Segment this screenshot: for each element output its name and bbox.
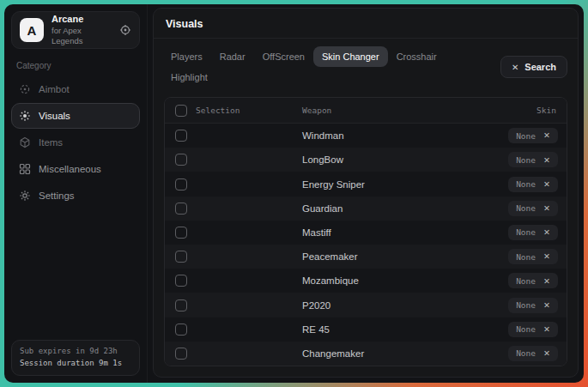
table-row-re-45[interactable]: RE 45 None ✕ <box>165 317 567 342</box>
sidebar-item-label: Settings <box>39 190 75 201</box>
skin-badge[interactable]: None ✕ <box>508 201 558 216</box>
sidebar-item-miscellaneous[interactable]: Miscellaneous <box>11 156 140 182</box>
clear-skin-icon[interactable]: ✕ <box>543 228 550 237</box>
skin-value: None <box>516 131 536 141</box>
search-button-label: Search <box>524 62 556 72</box>
table-row-changemaker[interactable]: Changemaker None ✕ <box>165 342 567 366</box>
tab-radar[interactable]: Radar <box>211 46 254 67</box>
skin-value: None <box>516 300 536 310</box>
row-checkbox[interactable] <box>175 130 187 142</box>
table-row-mozambique[interactable]: Mozambique None ✕ <box>165 269 567 293</box>
skin-badge[interactable]: None ✕ <box>508 346 558 361</box>
sidebar-item-label: Visuals <box>39 111 70 121</box>
row-checkbox[interactable] <box>175 154 187 166</box>
skin-value: None <box>516 179 536 189</box>
sidebar-item-settings[interactable]: Settings <box>11 183 140 209</box>
table-row-guardian[interactable]: Guardian None ✕ <box>165 197 567 221</box>
table-row-mastiff[interactable]: Mastiff None ✕ <box>165 221 567 245</box>
clear-skin-icon[interactable]: ✕ <box>543 204 550 213</box>
weapon-name: Mozambique <box>302 275 489 286</box>
table-row-windman[interactable]: Windman None ✕ <box>165 124 567 148</box>
weapon-name: RE 45 <box>302 324 489 335</box>
app-logo: A <box>20 18 44 42</box>
tab-highlight[interactable]: Highlight <box>162 67 216 88</box>
row-checkbox[interactable] <box>175 227 187 239</box>
clear-skin-icon[interactable]: ✕ <box>543 180 550 189</box>
tab-crosshair[interactable]: Crosshair <box>388 46 446 67</box>
weapon-name: Guardian <box>302 203 489 214</box>
table-row-longbow[interactable]: LongBow None ✕ <box>165 148 567 172</box>
weapon-name: Mastiff <box>302 227 489 238</box>
row-checkbox[interactable] <box>175 348 187 360</box>
search-button[interactable]: ✕ Search <box>500 56 567 78</box>
table-row-energy-sniper[interactable]: Energy Sniper None ✕ <box>165 172 567 196</box>
skin-value: None <box>516 227 536 237</box>
main-header: Visuals <box>154 9 578 39</box>
row-checkbox[interactable] <box>175 299 187 311</box>
app-title: Arcane <box>52 14 112 26</box>
cube-icon <box>19 136 31 148</box>
weapon-name: Energy Sniper <box>302 179 489 190</box>
skin-badge[interactable]: None ✕ <box>508 177 558 192</box>
subscription-info: Sub expires in 9d 23h Session duration 9… <box>11 340 140 376</box>
weapon-name: Peacemaker <box>302 251 489 262</box>
skin-changer-table: Selection Weapon Skin Windman None ✕ Lon… <box>164 97 567 366</box>
sidebar-item-aimbot[interactable]: Aimbot <box>11 76 140 102</box>
skin-value: None <box>516 276 536 286</box>
tab-skin-changer[interactable]: Skin Changer <box>313 46 388 67</box>
skin-value: None <box>516 348 536 358</box>
row-checkbox[interactable] <box>175 275 187 287</box>
table-row-peacemaker[interactable]: Peacemaker None ✕ <box>165 245 567 269</box>
sidebar-item-items[interactable]: Items <box>11 130 140 155</box>
page-title: Visuals <box>166 18 566 30</box>
row-checkbox[interactable] <box>175 178 187 190</box>
sidebar-item-visuals[interactable]: Visuals <box>11 103 140 129</box>
app-subtitle: for Apex Legends <box>52 26 112 46</box>
skin-badge[interactable]: None ✕ <box>508 152 558 167</box>
skin-badge[interactable]: None ✕ <box>508 298 558 313</box>
grid-icon <box>19 163 31 175</box>
table-body: Windman None ✕ LongBow None ✕ Energy Sni… <box>165 124 567 366</box>
skin-value: None <box>516 203 536 213</box>
sub-expiry-text: Sub expires in 9d 23h <box>20 346 131 358</box>
clear-skin-icon[interactable]: ✕ <box>543 277 550 286</box>
table-row-p2020[interactable]: P2020 None ✕ <box>165 293 567 317</box>
close-icon: ✕ <box>512 63 518 72</box>
skin-badge[interactable]: None ✕ <box>508 273 558 288</box>
clear-skin-icon[interactable]: ✕ <box>543 325 550 334</box>
clear-skin-icon[interactable]: ✕ <box>543 349 550 358</box>
tab-players[interactable]: Players <box>162 46 211 67</box>
row-checkbox[interactable] <box>175 324 187 336</box>
sidebar-nav: Aimbot Visuals Items Miscellaneous Setti… <box>11 76 140 209</box>
tab-bar: PlayersRadarOffScreenSkin ChangerCrossha… <box>154 39 578 95</box>
column-header-skin: Skin <box>489 106 567 115</box>
skin-badge[interactable]: None ✕ <box>508 249 558 264</box>
skin-badge[interactable]: None ✕ <box>508 225 558 240</box>
skin-value: None <box>516 324 536 334</box>
table-header-row: Selection Weapon Skin <box>165 98 567 124</box>
brand-card: A Arcane for Apex Legends <box>11 11 140 49</box>
sidebar-item-label: Miscellaneous <box>39 164 101 174</box>
column-header-weapon: Weapon <box>302 106 489 115</box>
weapon-name: LongBow <box>302 154 489 165</box>
select-all-checkbox[interactable] <box>175 105 187 117</box>
settings-icon[interactable] <box>119 24 131 36</box>
row-checkbox[interactable] <box>175 251 187 263</box>
tab-offscreen[interactable]: OffScreen <box>254 46 313 67</box>
eye-icon <box>19 110 31 122</box>
clear-skin-icon[interactable]: ✕ <box>543 301 550 310</box>
main-panel: Visuals PlayersRadarOffScreenSkin Change… <box>153 8 579 378</box>
weapon-name: Changemaker <box>302 348 489 359</box>
sidebar-item-label: Items <box>39 137 63 148</box>
crosshair-icon <box>19 83 31 95</box>
clear-skin-icon[interactable]: ✕ <box>543 252 550 261</box>
weapon-name: P2020 <box>302 300 489 311</box>
skin-badge[interactable]: None ✕ <box>508 128 558 143</box>
weapon-name: Windman <box>302 130 489 141</box>
clear-skin-icon[interactable]: ✕ <box>543 131 550 140</box>
clear-skin-icon[interactable]: ✕ <box>543 156 550 165</box>
skin-value: None <box>516 252 536 262</box>
skin-badge[interactable]: None ✕ <box>508 322 558 337</box>
sidebar: A Arcane for Apex Legends Category Aimbo… <box>4 4 148 383</box>
row-checkbox[interactable] <box>175 203 187 215</box>
